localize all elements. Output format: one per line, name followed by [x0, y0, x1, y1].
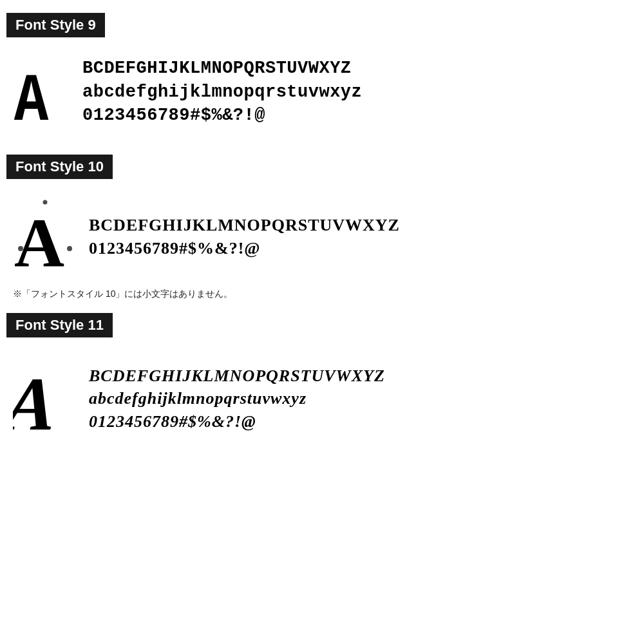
font-style-10-big-a-svg: A	[13, 197, 77, 274]
page: Font Style 9 A BCDEFGHIJKLMNOPQRSTUVWXYZ…	[0, 0, 644, 644]
font-style-9-line1: BCDEFGHIJKLMNOPQRSTUVWXYZ	[82, 57, 362, 80]
font-style-11-section: Font Style 11 A BCDEFGHIJKLMNOPQRSTUVWXY…	[6, 313, 631, 448]
font-style-11-text: BCDEFGHIJKLMNOPQRSTUVWXYZ abcdefghijklmn…	[89, 365, 385, 432]
font-style-11-line3: 0123456789#$%&?!@	[89, 410, 385, 433]
font-style-11-big-a-svg: A	[13, 355, 77, 439]
font-style-9-label: Font Style 9	[6, 13, 105, 37]
svg-text:A: A	[13, 362, 60, 439]
font-style-11-big-a-wrapper: A	[13, 355, 77, 442]
font-style-9-text: BCDEFGHIJKLMNOPQRSTUVWXYZ abcdefghijklmn…	[82, 57, 362, 127]
svg-text:A: A	[14, 205, 64, 274]
font-style-10-demo: A BCDEFGHIJKLMNOPQRSTUVWXYZ 0123456789#$…	[6, 191, 631, 283]
font-style-10-section: Font Style 10 A BCDEFGHIJKLMNOPQRSTUVWXY…	[6, 155, 631, 300]
svg-point-3	[67, 246, 72, 251]
font-style-11-line2: abcdefghijklmnopqrstuvwxyz	[89, 387, 385, 410]
font-style-10-line1: BCDEFGHIJKLMNOPQRSTUVWXYZ	[89, 214, 400, 237]
svg-point-4	[43, 200, 48, 205]
font-style-9-demo: A BCDEFGHIJKLMNOPQRSTUVWXYZ abcdefghijkl…	[6, 49, 631, 142]
font-style-11-label: Font Style 11	[6, 313, 113, 337]
font-style-10-line2: 0123456789#$%&?!@	[89, 237, 400, 260]
font-style-9-big-a-svg: A	[13, 55, 71, 126]
font-style-11-demo: A BCDEFGHIJKLMNOPQRSTUVWXYZ abcdefghijkl…	[6, 349, 631, 448]
font-style-10-big-a-wrapper: A	[13, 197, 77, 277]
font-style-9-section: Font Style 9 A BCDEFGHIJKLMNOPQRSTUVWXYZ…	[6, 13, 631, 142]
font-style-10-note: ※「フォントスタイル 10」には小文字はありません。	[13, 289, 625, 300]
svg-text:A: A	[14, 64, 49, 126]
font-style-9-line3: 0123456789#$%&?!@	[82, 104, 362, 127]
font-style-10-label: Font Style 10	[6, 155, 113, 179]
font-style-11-line1: BCDEFGHIJKLMNOPQRSTUVWXYZ	[89, 365, 385, 387]
font-style-9-line2: abcdefghijklmnopqrstuvwxyz	[82, 80, 362, 104]
font-style-10-text: BCDEFGHIJKLMNOPQRSTUVWXYZ 0123456789#$%&…	[89, 214, 400, 261]
svg-point-2	[18, 246, 23, 251]
font-style-9-big-a-wrapper: A	[13, 55, 71, 129]
